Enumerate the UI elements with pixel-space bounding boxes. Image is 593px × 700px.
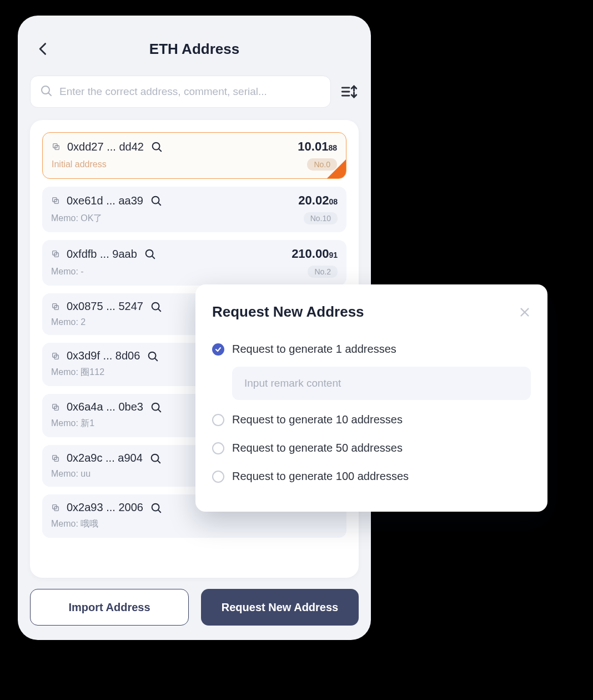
memo-text: Memo: 圈112: [51, 367, 104, 378]
address-text: 0x6a4a ... 0be3: [67, 401, 143, 413]
copy-icon[interactable]: [51, 249, 60, 258]
page-title: ETH Address: [149, 41, 239, 58]
copy-icon[interactable]: [51, 454, 60, 463]
svg-line-30: [158, 409, 160, 412]
memo-text: Memo: uu: [51, 469, 91, 479]
sort-button[interactable]: [340, 82, 359, 101]
modal-title: Request New Address: [212, 303, 364, 321]
memo-text: Memo: 哦哦: [51, 518, 98, 530]
svg-line-18: [152, 256, 154, 258]
radio-unchecked-icon[interactable]: [212, 414, 224, 426]
address-card[interactable]: 0xdd27 ... dd4210.0188Initial addressNo.…: [42, 132, 346, 179]
svg-line-10: [159, 149, 161, 151]
search-box[interactable]: [30, 76, 331, 108]
svg-line-1: [49, 93, 52, 96]
explorer-icon[interactable]: [150, 502, 162, 514]
generate-option[interactable]: Request to generate 10 addresses: [212, 406, 531, 434]
request-new-address-button[interactable]: Request New Address: [201, 589, 359, 626]
radio-unchecked-icon[interactable]: [212, 471, 224, 483]
bottom-button-bar: Import Address Request New Address: [30, 589, 359, 626]
remark-input[interactable]: [232, 367, 531, 400]
svg-line-34: [158, 461, 160, 463]
copy-icon[interactable]: [52, 142, 61, 151]
svg-line-14: [158, 203, 160, 205]
memo-text: Memo: OK了: [51, 213, 102, 224]
option-label: Request to generate 100 addresses: [232, 470, 409, 483]
index-badge: No.10: [304, 212, 338, 224]
svg-line-26: [155, 358, 157, 361]
address-text: 0xe61d ... aa39: [67, 194, 143, 207]
modal-header: Request New Address: [212, 303, 531, 321]
radio-unchecked-icon[interactable]: [212, 442, 224, 454]
address-text: 0xfdfb ... 9aab: [67, 248, 137, 261]
address-text: 0x2a93 ... 2006: [67, 501, 143, 514]
explorer-icon[interactable]: [150, 141, 163, 153]
balance-value: 20.0208: [298, 193, 338, 208]
search-icon: [39, 84, 53, 99]
explorer-icon[interactable]: [150, 301, 162, 313]
import-address-button[interactable]: Import Address: [30, 589, 189, 626]
copy-icon[interactable]: [51, 403, 60, 412]
copy-icon[interactable]: [51, 196, 60, 205]
explorer-icon[interactable]: [150, 194, 162, 207]
copy-icon[interactable]: [51, 503, 60, 512]
memo-text: Memo: 2: [51, 317, 86, 327]
address-text: 0x3d9f ... 8d06: [67, 349, 140, 362]
explorer-icon[interactable]: [147, 350, 159, 362]
explorer-icon[interactable]: [150, 401, 162, 413]
explorer-icon[interactable]: [149, 452, 162, 464]
option-label: Request to generate 1 addresses: [232, 343, 396, 356]
address-card[interactable]: 0xe61d ... aa3920.0208Memo: OK了No.10: [42, 187, 346, 232]
header: ETH Address: [30, 36, 359, 62]
option-label: Request to generate 50 addresses: [232, 442, 403, 454]
request-new-address-modal: Request New Address Request to generate …: [195, 284, 547, 512]
search-row: [30, 76, 359, 108]
svg-line-38: [158, 510, 160, 512]
index-badge: No.2: [308, 266, 338, 278]
close-icon[interactable]: [519, 306, 531, 318]
generate-option[interactable]: Request to generate 100 addresses: [212, 462, 531, 491]
search-input[interactable]: [59, 86, 321, 98]
copy-icon[interactable]: [51, 352, 60, 361]
balance-value: 210.0091: [292, 247, 338, 261]
memo-text: Memo: -: [51, 267, 84, 277]
memo-text: Memo: 新1: [51, 418, 94, 429]
explorer-icon[interactable]: [144, 248, 156, 260]
back-button[interactable]: [36, 41, 51, 57]
address-text: 0x2a9c ... a904: [67, 452, 143, 464]
radio-checked-icon[interactable]: [212, 343, 224, 356]
address-text: 0x0875 ... 5247: [67, 300, 143, 313]
generate-option[interactable]: Request to generate 1 addresses: [212, 335, 531, 363]
balance-value: 10.0188: [298, 139, 337, 154]
option-label: Request to generate 10 addresses: [232, 413, 403, 426]
address-card[interactable]: 0xfdfb ... 9aab210.0091Memo: -No.2: [42, 240, 346, 286]
generate-option[interactable]: Request to generate 50 addresses: [212, 434, 531, 462]
current-indicator-icon: [327, 159, 346, 178]
copy-icon[interactable]: [51, 302, 60, 311]
memo-text: Initial address: [52, 159, 107, 169]
svg-line-22: [158, 309, 160, 311]
address-text: 0xdd27 ... dd42: [67, 141, 144, 153]
